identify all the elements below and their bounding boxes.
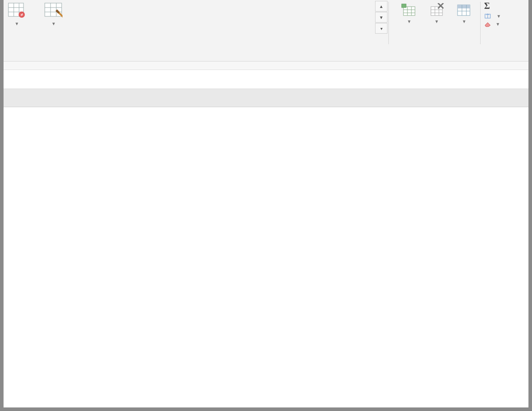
divider xyxy=(388,2,389,44)
chevron-down-icon: ▼ xyxy=(497,14,501,19)
format-icon xyxy=(454,2,473,19)
divider xyxy=(480,2,481,44)
gallery-scroll-up[interactable]: ▲ xyxy=(375,1,387,12)
delete-icon xyxy=(426,2,446,19)
chevron-down-icon: ▼ xyxy=(51,21,56,27)
grid-body[interactable] xyxy=(4,107,528,407)
ribbon-group-format: ≠ ▼ ▼ xyxy=(4,0,80,27)
eraser-icon xyxy=(484,22,491,27)
svg-rect-17 xyxy=(402,4,406,8)
gallery-scroll: ▲ ▼ ▾ xyxy=(375,1,387,34)
table-icon xyxy=(43,2,63,19)
svg-rect-7 xyxy=(45,3,62,16)
worksheet[interactable] xyxy=(4,89,528,407)
ribbon-row: ≠ ▼ ▼ xyxy=(4,0,528,49)
clear-button[interactable]: ▼ xyxy=(484,22,524,27)
format-cells-button[interactable]: ▼ xyxy=(450,1,477,25)
format-as-table-button[interactable]: ▼ xyxy=(29,1,77,27)
column-headers xyxy=(4,89,528,107)
conditional-format-button[interactable]: ≠ ▼ xyxy=(4,1,29,27)
svg-rect-18 xyxy=(431,7,442,16)
conditional-format-icon: ≠ xyxy=(7,2,26,19)
sigma-icon: Σ xyxy=(484,1,490,11)
svg-rect-24 xyxy=(458,5,470,8)
style-gallery: ▲ ▼ ▾ xyxy=(82,1,387,34)
autosum-button[interactable]: Σ xyxy=(484,1,524,11)
delete-cells-button[interactable]: ▼ xyxy=(422,1,450,25)
gallery-expand[interactable]: ▾ xyxy=(375,23,387,34)
ribbon-edge xyxy=(4,62,528,70)
ribbon: ≠ ▼ ▼ xyxy=(4,0,528,62)
ribbon-group-styles: ▲ ▼ ▾ xyxy=(80,0,387,34)
chevron-down-icon: ▼ xyxy=(407,19,411,24)
chevron-down-icon: ▼ xyxy=(15,21,19,27)
formula-bar-area[interactable] xyxy=(4,70,528,89)
fill-icon xyxy=(484,13,492,20)
ribbon-group-edit: Σ ▼ ▼ xyxy=(481,0,524,27)
insert-icon xyxy=(399,2,419,19)
fill-button[interactable]: ▼ xyxy=(484,13,524,20)
gallery-scroll-down[interactable]: ▼ xyxy=(375,12,387,23)
chevron-down-icon: ▼ xyxy=(462,19,466,24)
app-frame: ≠ ▼ ▼ xyxy=(4,0,528,407)
svg-rect-12 xyxy=(403,7,415,16)
insert-cells-button[interactable]: ▼ xyxy=(395,1,422,25)
chevron-down-icon: ▼ xyxy=(434,19,439,24)
ribbon-group-cells: ▼ ▼ xyxy=(390,0,479,25)
chevron-down-icon: ▼ xyxy=(496,22,500,27)
svg-text:≠: ≠ xyxy=(20,12,23,17)
